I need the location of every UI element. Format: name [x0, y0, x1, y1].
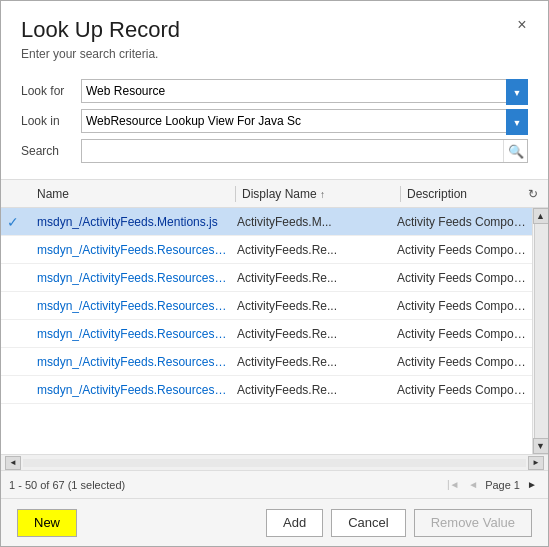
row-desc-5: Activity Feeds Component — [393, 355, 532, 369]
row-desc-4: Activity Feeds Component — [393, 327, 532, 341]
dialog-footer: New Add Cancel Remove Value — [1, 498, 548, 546]
look-in-select[interactable]: WebResource Lookup View For Java Sc — [81, 109, 528, 133]
first-page-button[interactable]: |◄ — [445, 477, 461, 493]
add-button[interactable]: Add — [266, 509, 323, 537]
row-name-5: msdyn_/ActivityFeeds.Resources.102... — [33, 355, 233, 369]
look-for-select[interactable]: Web Resource — [81, 79, 528, 103]
grid-section: Name Display Name ↑ Description ↻ ✓ msdy… — [1, 179, 548, 498]
row-name-2: msdyn_/ActivityFeeds.Resources.102... — [33, 271, 233, 285]
horizontal-scrollbar: ◄ ► — [1, 454, 548, 470]
table-row[interactable]: msdyn_/ActivityFeeds.Resources.108... Ac… — [1, 236, 532, 264]
look-for-label: Look for — [21, 84, 81, 98]
row-desc-3: Activity Feeds Component — [393, 299, 532, 313]
row-desc-2: Activity Feeds Component — [393, 271, 532, 285]
col-name-header: Name — [33, 187, 233, 201]
next-page-button[interactable]: ► — [524, 477, 540, 493]
row-desc-1: Activity Feeds Component — [393, 243, 532, 257]
row-display-5: ActivityFeeds.Re... — [233, 355, 393, 369]
pagination-row: 1 - 50 of 67 (1 selected) |◄ ◄ Page 1 ► — [1, 470, 548, 498]
table-row[interactable]: ✓ msdyn_/ActivityFeeds.Mentions.js Activ… — [1, 208, 532, 236]
table-row[interactable]: msdyn_/ActivityFeeds.Resources.102... Ac… — [1, 348, 532, 376]
close-button[interactable]: × — [512, 15, 532, 35]
col-divider-1 — [235, 186, 236, 202]
row-name-1: msdyn_/ActivityFeeds.Resources.108... — [33, 243, 233, 257]
table-row[interactable]: msdyn_/ActivityFeeds.Resources.102... Ac… — [1, 292, 532, 320]
scroll-track — [23, 459, 526, 467]
look-in-label: Look in — [21, 114, 81, 128]
dialog-subtitle: Enter your search criteria. — [21, 47, 528, 61]
table-row[interactable]: msdyn_/ActivityFeeds.Resources.102... Ac… — [1, 320, 532, 348]
search-wrapper: 🔍 — [81, 139, 528, 163]
row-display-1: ActivityFeeds.Re... — [233, 243, 393, 257]
remove-value-button[interactable]: Remove Value — [414, 509, 532, 537]
table-row[interactable]: msdyn_/ActivityFeeds.Resources.102... Ac… — [1, 264, 532, 292]
search-button[interactable]: 🔍 — [503, 140, 527, 162]
grid-header: Name Display Name ↑ Description ↻ — [1, 180, 548, 208]
vertical-scrollbar: ▲ ▼ — [532, 208, 548, 454]
row-display-6: ActivityFeeds.Re... — [233, 383, 393, 397]
row-name-4: msdyn_/ActivityFeeds.Resources.102... — [33, 327, 233, 341]
row-name-3: msdyn_/ActivityFeeds.Resources.102... — [33, 299, 233, 313]
table-row[interactable]: msdyn_/ActivityFeeds.Resources.102... Ac… — [1, 376, 532, 404]
col-desc-header: Description — [403, 187, 528, 201]
page-label: Page 1 — [485, 479, 520, 491]
new-button[interactable]: New — [17, 509, 77, 537]
row-display-3: ActivityFeeds.Re... — [233, 299, 393, 313]
dialog-title: Look Up Record — [21, 17, 528, 43]
form-section: Look for Web Resource Look in WebResourc… — [1, 69, 548, 175]
col-divider-2 — [400, 186, 401, 202]
look-for-select-wrapper: Web Resource — [81, 79, 528, 103]
grid-body: ✓ msdyn_/ActivityFeeds.Mentions.js Activ… — [1, 208, 532, 454]
search-label: Search — [21, 144, 81, 158]
row-desc-6: Activity Feeds Component — [393, 383, 532, 397]
row-name-0: msdyn_/ActivityFeeds.Mentions.js — [33, 215, 233, 229]
cancel-button[interactable]: Cancel — [331, 509, 405, 537]
scroll-right-button[interactable]: ► — [528, 456, 544, 470]
row-check-0: ✓ — [1, 214, 33, 230]
refresh-icon[interactable]: ↻ — [528, 187, 538, 201]
row-name-6: msdyn_/ActivityFeeds.Resources.102... — [33, 383, 233, 397]
col-scroll-header: ↻ — [528, 186, 548, 201]
col-display-header: Display Name ↑ — [238, 187, 398, 201]
search-row: Search 🔍 — [21, 139, 528, 163]
scroll-up-button[interactable]: ▲ — [533, 208, 549, 224]
lookup-dialog: Look Up Record Enter your search criteri… — [0, 0, 549, 547]
row-desc-0: Activity Feeds Component — [393, 215, 532, 229]
look-for-row: Look for Web Resource — [21, 79, 528, 103]
look-in-row: Look in WebResource Lookup View For Java… — [21, 109, 528, 133]
scroll-left-button[interactable]: ◄ — [5, 456, 21, 470]
row-display-0: ActivityFeeds.M... — [233, 215, 393, 229]
scroll-down-button[interactable]: ▼ — [533, 438, 549, 454]
sort-arrow-icon: ↑ — [320, 189, 325, 200]
search-input[interactable] — [82, 140, 503, 162]
pagination-summary: 1 - 50 of 67 (1 selected) — [9, 479, 125, 491]
row-display-2: ActivityFeeds.Re... — [233, 271, 393, 285]
prev-page-button[interactable]: ◄ — [465, 477, 481, 493]
dialog-header: Look Up Record Enter your search criteri… — [1, 1, 548, 69]
pagination-controls: |◄ ◄ Page 1 ► — [445, 477, 540, 493]
look-in-select-wrapper: WebResource Lookup View For Java Sc — [81, 109, 528, 133]
row-display-4: ActivityFeeds.Re... — [233, 327, 393, 341]
